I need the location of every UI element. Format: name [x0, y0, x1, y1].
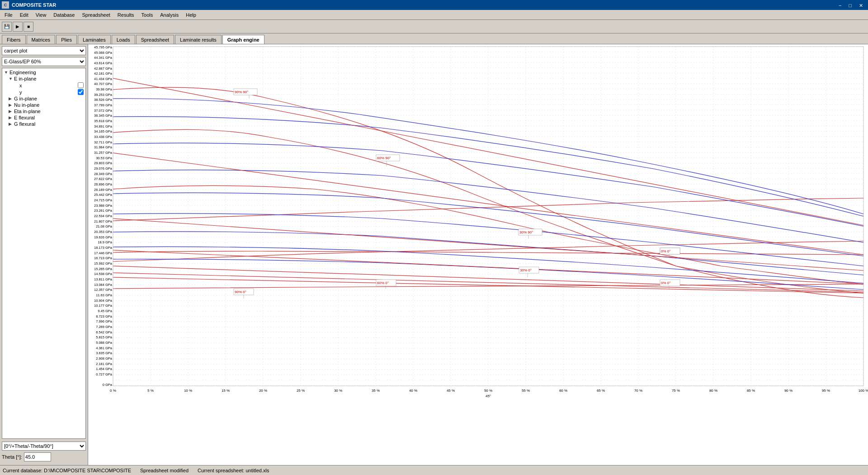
- toolbar: 💾 ▶ ■: [0, 20, 868, 33]
- svg-text:90 %: 90 %: [784, 389, 793, 393]
- run-button[interactable]: ▶: [13, 22, 23, 32]
- menu-spreadsheet[interactable]: Spreadsheet: [78, 11, 113, 19]
- save-button[interactable]: 💾: [2, 22, 12, 32]
- svg-text:60% 90°: 60% 90°: [377, 156, 391, 160]
- tab-matrices[interactable]: Matrices: [27, 35, 56, 44]
- svg-text:4.361 GPa: 4.361 GPa: [96, 346, 113, 350]
- expand-engineering-icon: ▼: [4, 70, 9, 75]
- tab-loads[interactable]: Loads: [112, 35, 135, 44]
- svg-text:8.723 GPa: 8.723 GPa: [96, 314, 113, 318]
- tab-laminate-results[interactable]: Laminate results: [175, 35, 222, 44]
- tree-eta-inplane[interactable]: ▶ Eta in-plane: [3, 108, 85, 114]
- y-label: y: [19, 90, 78, 95]
- title-bar: C COMPOSITE STAR − □ ✕: [0, 0, 868, 10]
- title-bar-controls: − □ ✕: [835, 1, 866, 9]
- svg-text:41.434 GPa: 41.434 GPa: [94, 77, 113, 81]
- svg-text:15 %: 15 %: [222, 389, 230, 393]
- svg-text:11.63 GPa: 11.63 GPa: [96, 293, 113, 297]
- status-database: Current database: D:\M\COMPOSITE STAR\CO…: [3, 468, 131, 473]
- material-dropdown[interactable]: E-Glass/EP 60%: [2, 57, 86, 66]
- menu-analysis[interactable]: Analysis: [156, 11, 182, 19]
- svg-text:23.261 GPa: 23.261 GPa: [94, 209, 113, 213]
- tab-laminates[interactable]: Laminates: [78, 35, 111, 44]
- svg-text:30 %: 30 %: [334, 389, 342, 393]
- minimize-button[interactable]: −: [835, 1, 844, 9]
- svg-text:40.707 GPa: 40.707 GPa: [94, 82, 113, 86]
- stackup-dropdown[interactable]: [0°/+Theta/-Theta/90°]: [2, 442, 86, 451]
- svg-text:22.534 GPa: 22.534 GPa: [94, 214, 113, 218]
- nav-tabs: Fibers Matrices Plies Laminates Loads Sp…: [0, 33, 868, 44]
- svg-text:45.068 GPa: 45.068 GPa: [94, 51, 113, 55]
- plot-type-dropdown[interactable]: carpet plot: [2, 46, 86, 55]
- theta-input[interactable]: [24, 452, 51, 461]
- menu-results[interactable]: Results: [114, 11, 138, 19]
- close-button[interactable]: ✕: [856, 1, 866, 9]
- svg-text:32.711 GPa: 32.711 GPa: [94, 140, 113, 144]
- tab-spreadsheet[interactable]: Spreadsheet: [136, 35, 174, 44]
- svg-text:50 %: 50 %: [484, 389, 492, 393]
- svg-text:14.538 GPa: 14.538 GPa: [94, 272, 113, 276]
- title-bar-left: C COMPOSITE STAR: [2, 1, 56, 9]
- svg-text:45 %: 45 %: [447, 389, 455, 393]
- svg-text:60% 0°: 60% 0°: [377, 281, 389, 285]
- svg-text:31.984 GPa: 31.984 GPa: [94, 145, 113, 149]
- menu-view[interactable]: View: [32, 11, 50, 19]
- g-inplane-label: G in-plane: [14, 96, 84, 101]
- svg-text:0% 0°: 0% 0°: [661, 281, 670, 285]
- menu-file[interactable]: File: [1, 11, 16, 19]
- svg-text:7.269 GPa: 7.269 GPa: [96, 325, 113, 329]
- svg-text:40 %: 40 %: [409, 389, 417, 393]
- e-inplane-label: E in-plane: [14, 76, 84, 81]
- tab-plies[interactable]: Plies: [56, 35, 77, 44]
- menu-tools[interactable]: Tools: [138, 11, 157, 19]
- expand-g-inplane-icon: ▶: [9, 96, 14, 101]
- svg-text:75 %: 75 %: [672, 389, 680, 393]
- y-checkbox[interactable]: [78, 89, 84, 95]
- tree-e-flexural[interactable]: ▶ E flexural: [3, 114, 85, 121]
- svg-text:30% 90°: 30% 90°: [519, 230, 533, 234]
- tree-nu-inplane[interactable]: ▶ Nu in-plane: [3, 102, 85, 108]
- stop-button[interactable]: ■: [24, 22, 33, 32]
- tree-y[interactable]: y: [3, 89, 85, 95]
- graph-area: 45.795 GPa 45.068 GPa 44.341 GPa 43.614 …: [88, 44, 868, 465]
- svg-text:90% 90°: 90% 90°: [235, 90, 248, 94]
- svg-text:45°: 45°: [486, 394, 491, 398]
- maximize-button[interactable]: □: [845, 1, 855, 9]
- svg-text:95 %: 95 %: [822, 389, 830, 393]
- svg-text:38.526 GPa: 38.526 GPa: [94, 98, 113, 102]
- expand-e-flexural-icon: ▶: [9, 115, 14, 120]
- app-title: COMPOSITE STAR: [12, 2, 56, 8]
- svg-text:6.542 GPa: 6.542 GPa: [96, 330, 113, 334]
- menu-edit[interactable]: Edit: [16, 11, 32, 19]
- tree-e-inplane[interactable]: ▼ E in-plane: [3, 76, 85, 82]
- svg-text:30.53 GPa: 30.53 GPa: [96, 156, 113, 160]
- menu-help[interactable]: Help: [182, 11, 200, 19]
- svg-text:80 %: 80 %: [709, 389, 717, 393]
- status-spreadsheet: Spreadsheet modified: [140, 468, 189, 473]
- tab-graph-engine[interactable]: Graph engine: [222, 35, 264, 44]
- tree-g-inplane[interactable]: ▶ G in-plane: [3, 95, 85, 102]
- expand-nu-inplane-icon: ▶: [9, 103, 14, 107]
- svg-text:29.076 GPa: 29.076 GPa: [94, 166, 113, 171]
- tree-x[interactable]: x: [3, 82, 85, 89]
- svg-text:19.626 GPa: 19.626 GPa: [94, 235, 113, 239]
- svg-text:5.815 GPa: 5.815 GPa: [96, 335, 113, 339]
- tree-g-flexural[interactable]: ▶ G flexural: [3, 121, 85, 127]
- svg-text:5 %: 5 %: [147, 389, 154, 393]
- svg-text:70 %: 70 %: [634, 389, 642, 393]
- svg-text:43.614 GPa: 43.614 GPa: [94, 61, 113, 65]
- y-axis-labels: 45.795 GPa 45.068 GPa 44.341 GPa 43.614 …: [94, 45, 113, 387]
- menu-database[interactable]: Database: [50, 11, 78, 19]
- tree-engineering[interactable]: ▼ Engineering: [3, 69, 85, 76]
- svg-text:12.357 GPa: 12.357 GPa: [94, 288, 113, 292]
- svg-text:18.9 GPa: 18.9 GPa: [98, 240, 113, 244]
- svg-text:30% 0°: 30% 0°: [520, 268, 532, 272]
- svg-text:16.719 GPa: 16.719 GPa: [94, 256, 113, 260]
- svg-text:26.169 GPa: 26.169 GPa: [94, 188, 113, 192]
- svg-text:1.454 GPa: 1.454 GPa: [96, 367, 113, 371]
- svg-text:2.908 GPa: 2.908 GPa: [96, 356, 113, 361]
- x-checkbox[interactable]: [78, 82, 84, 88]
- tab-fibers[interactable]: Fibers: [2, 35, 26, 44]
- svg-text:36.345 GPa: 36.345 GPa: [94, 114, 113, 118]
- label-0pct-0deg-top: 0% 0°: [660, 248, 680, 254]
